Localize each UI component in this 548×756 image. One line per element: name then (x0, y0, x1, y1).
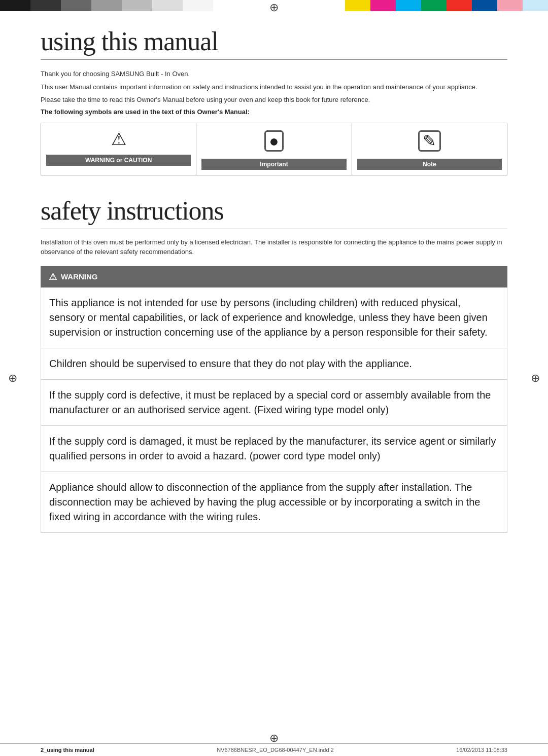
warning-label: WARNING or CAUTION (46, 155, 191, 166)
warning-item-4: If the supply cord is damaged, it must b… (41, 426, 507, 472)
intro-text-3: Please take the time to read this Owner'… (41, 95, 507, 105)
warning-item-2: Children should be supervised to ensure … (41, 348, 507, 380)
warning-icon: ⚠ (111, 130, 126, 148)
important-label: Important (201, 159, 346, 170)
warning-item-3: If the supply cord is defective, it must… (41, 380, 507, 426)
crosshair-left-icon: ⊕ (5, 371, 20, 386)
safety-instructions-title: safety instructions (41, 196, 507, 229)
footer-date-info: 16/02/2013 11:08:33 (456, 747, 507, 753)
symbols-table: ⚠ WARNING or CAUTION ● Important ✎ Note (41, 123, 507, 175)
warning-item-1: This appliance is not intended for use b… (41, 287, 507, 348)
symbols-heading: The following symbols are used in the te… (41, 108, 507, 116)
safety-intro-text: Installation of this oven must be perfor… (41, 237, 507, 257)
warning-banner-icon: ⚠ (49, 271, 57, 282)
using-this-manual-title: using this manual (41, 26, 507, 60)
footer-file-info: NV6786BNESR_EO_DG68-00447Y_EN.indd 2 (217, 747, 334, 753)
footer-page-number: 2_using this manual (41, 747, 94, 753)
crosshair-right-icon: ⊕ (528, 371, 543, 386)
note-icon: ✎ (418, 130, 441, 152)
warning-banner: ⚠ WARNING (41, 266, 507, 287)
symbol-cell-warning: ⚠ WARNING or CAUTION (41, 123, 196, 175)
warning-banner-label: WARNING (61, 272, 98, 281)
intro-text-1: Thank you for choosing SAMSUNG Built - I… (41, 69, 507, 79)
intro-text-2: This user Manual contains important info… (41, 82, 507, 92)
page-content: using this manual Thank you for choosing… (0, 11, 548, 563)
warning-item-5: Appliance should allow to disconnection … (41, 472, 507, 532)
symbol-cell-important: ● Important (196, 123, 352, 175)
crosshair-top-center-icon: ⊕ (266, 0, 282, 15)
page-footer: 2_using this manual NV6786BNESR_EO_DG68-… (0, 743, 548, 756)
warning-items-list: This appliance is not intended for use b… (41, 287, 507, 533)
symbol-cell-note: ✎ Note (352, 123, 507, 175)
note-label: Note (357, 159, 502, 170)
important-icon: ● (264, 130, 283, 152)
